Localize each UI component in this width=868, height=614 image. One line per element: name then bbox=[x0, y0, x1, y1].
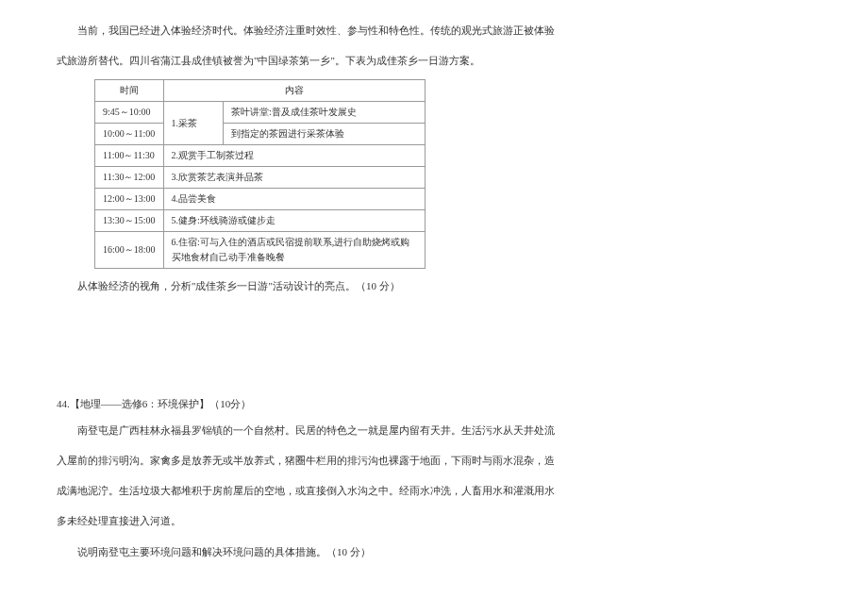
cell-time: 11:00～11:30 bbox=[95, 145, 164, 167]
schedule-table: 时间 内容 9:45～10:00 1.采茶 茶叶讲堂:普及成佳茶叶发展史 10:… bbox=[94, 79, 426, 269]
cell-full: 3.欣赏茶艺表演并品茶 bbox=[163, 167, 425, 189]
intro-line-1: 当前，我国已经进入体验经济时代。体验经济注重时效性、参与性和特色性。传统的观光式… bbox=[57, 19, 811, 41]
q44-line1: 南登屯是广西桂林永福县罗锦镇的一个自然村。民居的特色之一就是屋内留有天井。生活污… bbox=[57, 419, 811, 441]
cell-time: 12:00～13:00 bbox=[95, 189, 164, 210]
q44-line3: 成满地泥泞。生活垃圾大都堆积于房前屋后的空地，或直接倒入水沟之中。经雨水冲洗，人… bbox=[57, 479, 811, 502]
table-row: 9:45～10:00 1.采茶 茶叶讲堂:普及成佳茶叶发展史 bbox=[95, 102, 426, 124]
table-row: 11:00～11:30 2.观赏手工制茶过程 bbox=[95, 145, 426, 167]
cell-item-merge: 1.采茶 bbox=[163, 102, 223, 145]
cell-full: 4.品尝美食 bbox=[163, 189, 425, 210]
header-time: 时间 bbox=[95, 80, 164, 102]
q44-line4: 多未经处理直接进入河道。 bbox=[57, 509, 811, 532]
q44-line2: 入屋前的排污明沟。家禽多是放养无或半放养式，猪圈牛栏用的排污沟也裸露于地面，下雨… bbox=[57, 449, 811, 472]
schedule-table-wrap: 时间 内容 9:45～10:00 1.采茶 茶叶讲堂:普及成佳茶叶发展史 10:… bbox=[94, 79, 811, 269]
question43-tail: 从体验经济的视角，分析"成佳茶乡一日游"活动设计的亮点。（10 分） bbox=[57, 274, 811, 297]
cell-desc: 茶叶讲堂:普及成佳茶叶发展史 bbox=[224, 102, 426, 124]
cell-time: 10:00～11:00 bbox=[95, 124, 164, 145]
table-row: 13:30～15:00 5.健身:环线骑游或健步走 bbox=[95, 210, 426, 232]
table-row: 11:30～12:00 3.欣赏茶艺表演并品茶 bbox=[95, 167, 426, 189]
cell-time: 9:45～10:00 bbox=[95, 102, 164, 124]
cell-full: 5.健身:环线骑游或健步走 bbox=[163, 210, 425, 232]
header-content: 内容 bbox=[163, 80, 425, 102]
table-row: 时间 内容 bbox=[95, 80, 426, 102]
cell-desc: 到指定的茶园进行采茶体验 bbox=[224, 124, 426, 145]
cell-time: 13:30～15:00 bbox=[95, 210, 164, 232]
table-row: 12:00～13:00 4.品尝美食 bbox=[95, 189, 426, 210]
cell-time: 11:30～12:00 bbox=[95, 167, 164, 189]
table-row: 16:00～18:00 6.住宿:可与入住的酒店或民宿提前联系,进行自助烧烤或购… bbox=[95, 232, 426, 269]
q44-title: 44.【地理——选修6：环境保护】（10分） bbox=[57, 392, 811, 415]
q44-ask: 说明南登屯主要环境问题和解决环境问题的具体措施。（10 分） bbox=[57, 540, 811, 563]
table-row: 10:00～11:00 到指定的茶园进行采茶体验 bbox=[95, 124, 426, 145]
cell-full: 2.观赏手工制茶过程 bbox=[163, 145, 425, 167]
cell-full: 6.住宿:可与入住的酒店或民宿提前联系,进行自助烧烤或购 买地食材自己动手准备晚… bbox=[163, 232, 425, 269]
intro-line-2: 式旅游所替代。四川省蒲江县成佳镇被誉为"中国绿茶第一乡"。下表为成佳茶乡一日游方… bbox=[57, 49, 811, 72]
cell-time: 16:00～18:00 bbox=[95, 232, 164, 269]
